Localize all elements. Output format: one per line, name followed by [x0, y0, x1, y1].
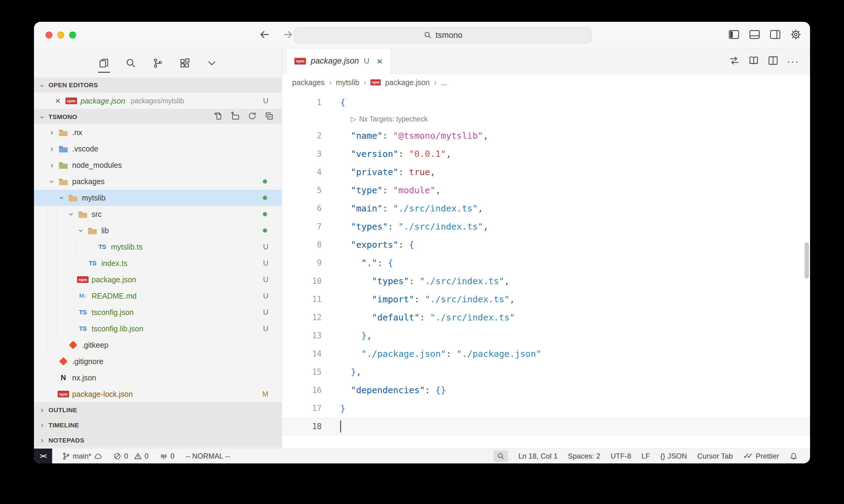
cursor-position-status[interactable]: Ln 18, Col 1 — [518, 452, 557, 461]
close-editor-icon[interactable]: × — [55, 96, 61, 105]
screencast-zoom-button[interactable] — [494, 450, 508, 462]
code-editor[interactable]: 1{▷Nx Targets: typecheck2 "name": "@tsmo… — [282, 91, 810, 448]
outline-section-header[interactable]: › OUTLINE — [34, 402, 282, 417]
forward-icon[interactable] — [282, 29, 293, 41]
code-line-16[interactable]: 16 "dependencies": {} — [282, 381, 810, 399]
tree-item-nx.json[interactable]: Nnx.json — [34, 370, 282, 386]
code-line-18[interactable]: 18 — [282, 417, 810, 435]
notifications-bell[interactable] — [789, 452, 798, 461]
command-center-search[interactable]: tsmono — [294, 27, 591, 43]
magnifier-icon — [497, 452, 505, 460]
tree-item-.gitignore[interactable]: .gitignore — [34, 353, 282, 370]
tree-item-packages[interactable]: packages — [34, 173, 282, 190]
maximize-window-button[interactable] — [69, 32, 76, 38]
tree-item-src[interactable]: src — [34, 206, 282, 222]
tree-item-mytslib[interactable]: mytslib — [34, 190, 282, 206]
breadcrumb-separator: › — [329, 78, 332, 87]
tree-item-index.ts[interactable]: TSindex.tsU — [34, 255, 282, 271]
toggle-sidebar-icon[interactable] — [728, 29, 740, 41]
remote-indicator[interactable]: >< — [34, 449, 52, 463]
tree-item-README.md[interactable]: M↓README.mdU — [34, 288, 282, 304]
code-line-12[interactable]: 12 "default": "./src/index.ts" — [282, 308, 810, 326]
extensions-view-icon[interactable] — [179, 49, 190, 77]
timeline-section-header[interactable]: › TIMELINE — [34, 417, 282, 433]
open-changes-icon[interactable] — [729, 55, 740, 67]
toggle-panel-icon[interactable] — [749, 29, 760, 41]
search-value: tsmono — [436, 31, 463, 40]
tree-item-.vscode[interactable]: .vscode — [34, 141, 282, 157]
breadcrumb-packages[interactable]: packages — [292, 78, 325, 87]
tree-item-tsconfig.lib.json[interactable]: TStsconfig.lib.jsonU — [34, 321, 282, 337]
ports-status[interactable]: 0 — [159, 452, 174, 461]
tree-item-.gitkeep[interactable]: .gitkeep — [34, 337, 282, 353]
code-line-8[interactable]: 8 "exports": { — [282, 236, 810, 254]
open-editor-item[interactable]: × npm package.json packages/mytslib U — [34, 93, 282, 109]
tree-item-.nx[interactable]: .nx — [34, 124, 282, 141]
open-preview-icon[interactable] — [748, 55, 759, 67]
code-line-10[interactable]: 10 "types": "./src/index.ts", — [282, 272, 810, 290]
breadcrumb-file[interactable]: package.json — [385, 78, 430, 87]
code-line-14[interactable]: 14 "./package.json": "./package.json" — [282, 345, 810, 363]
close-window-button[interactable] — [46, 32, 52, 38]
settings-gear-icon[interactable] — [790, 29, 802, 41]
history-nav — [259, 29, 293, 41]
code-line-11[interactable]: 11 "import": "./src/index.ts", — [282, 290, 810, 308]
code-line-4[interactable]: 4 "private": true, — [282, 163, 810, 181]
chevron-icon — [66, 210, 76, 219]
split-editor-icon[interactable] — [768, 55, 778, 67]
codelens-nx-targets[interactable]: ▷Nx Targets: typecheck — [335, 111, 428, 127]
tree-item-package-lock.json[interactable]: npmpackage-lock.jsonM — [34, 386, 282, 402]
warnings-icon — [134, 452, 142, 461]
problems-status[interactable]: 0 0 — [113, 452, 149, 461]
code-line-9[interactable]: 9 ".": { — [282, 254, 810, 272]
minimize-window-button[interactable] — [57, 32, 64, 38]
code-line-7[interactable]: 7 "types": "./src/index.ts", — [282, 217, 810, 236]
tree-item-tsconfig.json[interactable]: TStsconfig.jsonU — [34, 304, 282, 321]
more-actions-icon[interactable]: ··· — [787, 56, 799, 66]
indent-guide — [56, 222, 66, 239]
breadcrumb-symbol[interactable]: ... — [441, 78, 447, 87]
encoding-status[interactable]: UTF-8 — [610, 452, 631, 461]
scrollbar-thumb[interactable] — [805, 242, 809, 278]
tab-package-json[interactable]: npm package.json U × — [286, 49, 391, 74]
indent-guide — [56, 271, 66, 288]
tree-item-node_modules[interactable]: node_modules — [34, 157, 282, 173]
more-views-chevron-icon[interactable] — [206, 49, 217, 77]
new-folder-icon[interactable] — [231, 111, 240, 122]
eol-status[interactable]: LF — [641, 452, 650, 461]
collapse-all-icon[interactable] — [265, 111, 274, 122]
cursor-tab-status[interactable]: Cursor Tab — [697, 452, 733, 461]
open-editors-header[interactable]: › OPEN EDITORS — [34, 77, 282, 93]
vim-mode-indicator[interactable]: -- NORMAL -- — [185, 452, 230, 461]
new-file-icon[interactable] — [214, 111, 223, 122]
code-line-3[interactable]: 3 "version": "0.0.1", — [282, 145, 810, 163]
tree-item-mytslib.ts[interactable]: TSmytslib.tsU — [34, 239, 282, 255]
codelens-label: Nx Targets: typecheck — [359, 111, 428, 127]
tree-item-label: .gitignore — [72, 357, 103, 366]
refresh-icon[interactable] — [248, 111, 257, 122]
code-line-17[interactable]: 17} — [282, 399, 810, 417]
code-line-15[interactable]: 15 }, — [282, 363, 810, 381]
indentation-status[interactable]: Spaces: 2 — [568, 452, 600, 461]
explorer-view-icon[interactable] — [98, 49, 109, 77]
tree-item-package.json[interactable]: npmpackage.jsonU — [34, 271, 282, 288]
formatter-status[interactable]: ✓✓Prettier — [743, 451, 779, 461]
search-view-icon[interactable] — [125, 49, 136, 77]
git-badge: U — [263, 96, 268, 105]
branch-status[interactable]: main* — [62, 452, 102, 461]
back-icon[interactable] — [259, 29, 271, 41]
notepads-section-header[interactable]: › NOTEPADS — [34, 433, 282, 448]
breadcrumb-mytslib[interactable]: mytslib — [336, 78, 360, 87]
code-line-13[interactable]: 13 }, — [282, 326, 810, 345]
tree-item-lib[interactable]: lib — [34, 222, 282, 239]
code-line-2[interactable]: 2 "name": "@tsmono/mytslib", — [282, 127, 810, 145]
code-line-6[interactable]: 6 "main": "./src/index.ts", — [282, 199, 810, 217]
code-line-1[interactable]: 1{ — [282, 93, 810, 111]
toggle-secondary-sidebar-icon[interactable] — [770, 29, 781, 41]
explorer-section-header[interactable]: › TSMONO — [34, 109, 282, 124]
code-line-5[interactable]: 5 "type": "module", — [282, 181, 810, 199]
source-control-view-icon[interactable] — [152, 49, 163, 77]
close-tab-icon[interactable]: × — [377, 56, 383, 66]
language-mode-status[interactable]: {}JSON — [660, 452, 687, 461]
double-check-icon: ✓✓ — [743, 451, 750, 461]
